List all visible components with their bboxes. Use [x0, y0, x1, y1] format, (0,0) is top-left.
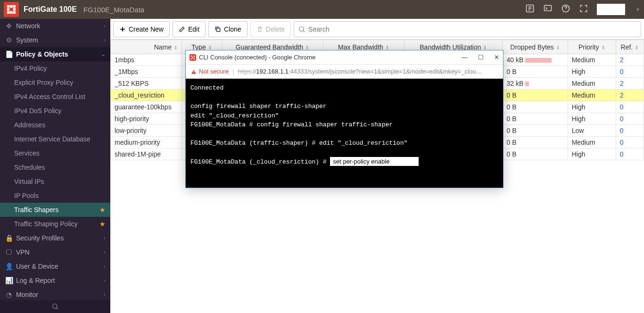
svg-rect-5 [7, 11, 10, 14]
not-secure-warning[interactable]: Not secure [190, 68, 229, 75]
svg-rect-2 [13, 5, 16, 8]
col-dropped-bytes[interactable]: Dropped Bytes⬍ [503, 40, 568, 54]
chevron-icon: › [104, 235, 106, 241]
svg-rect-18 [194, 58, 195, 59]
sidebar-item-security-profiles[interactable]: 🔒Security Profiles› [0, 231, 110, 245]
sidebar-item-addresses[interactable]: Addresses [0, 118, 110, 132]
cli-icon[interactable] [543, 4, 553, 15]
ref-link[interactable]: 0 [616, 101, 644, 113]
toolbar: Create New Edit Clone Delete [110, 19, 644, 40]
chevron-down-icon: ▼ [636, 7, 640, 12]
lock-icon: 🔒 [5, 234, 13, 242]
help-icon[interactable] [561, 4, 570, 15]
sidebar-item-log-report[interactable]: 📊Log & Report› [0, 273, 110, 288]
ref-link[interactable]: 0 [616, 137, 644, 148]
delete-button[interactable]: Delete [250, 21, 291, 37]
chevron-icon: › [104, 249, 106, 255]
search-input[interactable] [308, 25, 637, 33]
sort-icon: ⬍ [305, 45, 309, 50]
sort-icon: ⬍ [635, 45, 639, 50]
col-priority[interactable]: Priority⬍ [568, 40, 616, 54]
sidebar-item-traffic-shapers[interactable]: Traffic Shapers★ [0, 203, 110, 217]
chart-icon: 📊 [5, 277, 13, 284]
cli-console-window[interactable]: CLI Console (connected) - Google Chrome … [185, 50, 504, 188]
sidebar: ✥Network›⚙System›📄Policy & Objects⌄IPv4 … [0, 19, 110, 313]
create-new-button[interactable]: Create New [113, 21, 170, 37]
settings-icon[interactable] [525, 4, 535, 15]
sidebar-item-virtual-ips[interactable]: Virtual IPs [0, 174, 110, 189]
ref-link[interactable]: 2 [616, 90, 644, 101]
minimize-icon[interactable]: — [462, 54, 468, 61]
chevron-icon: › [104, 37, 106, 43]
sort-icon: ⬍ [208, 45, 212, 50]
sidebar-item-system[interactable]: ⚙System› [0, 33, 110, 47]
sidebar-item-ip-pools[interactable]: IP Pools [0, 189, 110, 203]
svg-rect-6 [10, 11, 13, 14]
bar-indicator [525, 82, 529, 86]
sidebar-item-ipv4-policy[interactable]: IPv4 Policy [0, 61, 110, 75]
chevron-icon: › [104, 291, 106, 298]
device-name: FG100E_MotaData [83, 6, 144, 14]
star-icon: ★ [99, 206, 106, 214]
svg-rect-7 [13, 11, 16, 14]
cli-window-title: CLI Console (connected) - Google Chrome [199, 54, 315, 61]
maximize-icon[interactable]: ☐ [478, 54, 484, 61]
svg-rect-17 [191, 58, 192, 59]
svg-rect-0 [7, 5, 10, 8]
fullscreen-icon[interactable] [579, 4, 588, 15]
cli-input[interactable]: set per-policy enable [330, 157, 419, 166]
user-menu[interactable] [597, 4, 625, 15]
monitor-icon: 🖵 [5, 248, 13, 256]
sidebar-item-services[interactable]: Services [0, 146, 110, 160]
chevron-icon: › [104, 23, 106, 29]
sidebar-item-network[interactable]: ✥Network› [0, 19, 110, 33]
bar-indicator [525, 58, 552, 63]
svg-rect-15 [194, 55, 195, 57]
product-name: FortiGate 100E [24, 5, 77, 14]
sidebar-item-schedules[interactable]: Schedules [0, 160, 110, 174]
svg-rect-12 [217, 28, 220, 31]
cli-address-bar: Not secure | https://192.168.1.1:44333/s… [186, 65, 503, 79]
col-name[interactable]: Name⬍ [111, 40, 182, 54]
sidebar-item-internet-service-database[interactable]: Internet Service Database [0, 132, 110, 146]
sidebar-item-ipv4-dos-policy[interactable]: IPv4 DoS Policy [0, 104, 110, 118]
svg-rect-14 [191, 55, 192, 57]
sidebar-item-explicit-proxy-policy[interactable]: Explicit Proxy Policy [0, 75, 110, 90]
dash-icon: ◔ [5, 291, 13, 298]
sidebar-item-vpn[interactable]: 🖵VPN› [0, 245, 110, 259]
sidebar-item-user-device[interactable]: 👤User & Device› [0, 259, 110, 273]
clone-button[interactable]: Clone [208, 21, 248, 37]
sidebar-search[interactable] [0, 300, 110, 313]
doc-icon: 📄 [5, 50, 13, 58]
svg-point-11 [53, 304, 57, 308]
svg-rect-4 [13, 8, 16, 11]
ref-link[interactable]: 0 [616, 125, 644, 137]
col-ref-[interactable]: Ref.⬍ [616, 40, 644, 54]
sort-icon: ⬍ [556, 45, 560, 50]
sort-icon: ⬍ [601, 45, 605, 50]
sort-icon: ⬍ [385, 45, 389, 50]
svg-rect-16 [192, 57, 194, 58]
svg-rect-9 [545, 5, 552, 11]
chevron-icon: ⌄ [101, 51, 106, 58]
sidebar-item-ipv4-access-control-list[interactable]: IPv4 Access Control List [0, 90, 110, 104]
ref-link[interactable]: 0 [616, 66, 644, 78]
ref-link[interactable]: 0 [616, 148, 644, 160]
cli-terminal[interactable]: Connected config firewall shaper traffic… [186, 79, 503, 188]
star-icon: ★ [99, 220, 106, 228]
sidebar-item-policy-objects[interactable]: 📄Policy & Objects⌄ [0, 47, 110, 61]
search-field[interactable] [294, 21, 641, 37]
cli-window-titlebar[interactable]: CLI Console (connected) - Google Chrome … [186, 50, 503, 65]
svg-point-13 [299, 26, 304, 31]
chevron-icon: › [104, 263, 106, 270]
edit-button[interactable]: Edit [173, 21, 206, 37]
close-icon[interactable]: ✕ [494, 54, 499, 61]
user-icon: 👤 [5, 263, 13, 270]
svg-rect-1 [10, 5, 13, 8]
fortinet-icon [190, 54, 196, 61]
ref-link[interactable]: 0 [616, 113, 644, 125]
sidebar-item-traffic-shaping-policy[interactable]: Traffic Shaping Policy★ [0, 217, 110, 231]
search-icon [298, 25, 305, 33]
ref-link[interactable]: 2 [616, 54, 644, 66]
ref-link[interactable]: 2 [616, 78, 644, 90]
